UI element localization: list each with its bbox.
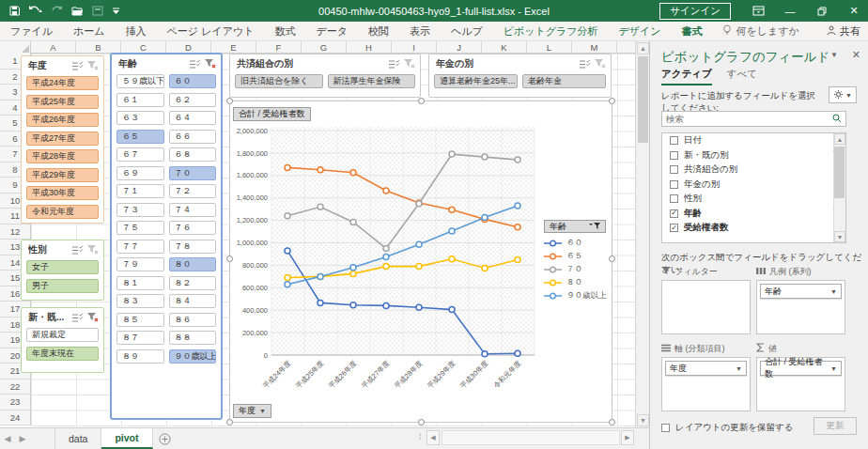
slicer-item[interactable]: ８０ <box>169 257 217 271</box>
tools-button[interactable]: ▼ <box>829 86 857 103</box>
slicer-item[interactable]: 平成29年度 <box>26 168 99 182</box>
area-dropzone[interactable]: 年齢▼ <box>756 280 845 334</box>
slicer-4[interactable]: 共済組合の別 旧共済組合を除く新法厚生年金保険 <box>229 54 421 98</box>
field-item[interactable]: 共済組合の別 <box>662 163 845 178</box>
legend-entry[interactable]: ７０ <box>544 263 612 276</box>
slicer-item[interactable]: ８５ <box>116 313 164 327</box>
slicer-item[interactable]: ６０ <box>169 74 217 88</box>
slicer-item[interactable]: 通算老齢年金25年... <box>434 74 518 88</box>
scroll-down-icon[interactable]: ▼ <box>834 231 845 242</box>
slicer-item[interactable]: ７０ <box>169 166 217 180</box>
row-header-24[interactable]: 24 <box>0 410 30 426</box>
slicer-item[interactable]: 老齢年金 <box>522 74 606 88</box>
slicer-item[interactable]: ７７ <box>116 240 164 254</box>
sheet-tab-pivot[interactable]: pivot <box>101 428 152 449</box>
slicer-item[interactable]: 女子 <box>26 260 99 274</box>
row-header-12[interactable]: 12 <box>0 224 30 240</box>
column-header-D[interactable]: D <box>166 41 211 54</box>
row-header-22[interactable]: 22 <box>0 379 30 395</box>
slicer-item[interactable]: 旧共済組合を除く <box>235 74 323 88</box>
slicer-item[interactable]: 男子 <box>26 279 99 293</box>
area-dropzone[interactable] <box>661 280 751 334</box>
slicer-item[interactable]: 新法厚生年金保険 <box>328 74 416 88</box>
ribbon-tab-3[interactable]: ページ レイアウト <box>157 22 265 41</box>
minimize-button[interactable]: — <box>776 0 804 22</box>
column-header-partial[interactable] <box>617 41 635 54</box>
slicer-item[interactable]: ８１ <box>116 276 164 290</box>
sheet-tab-data[interactable]: data <box>54 428 101 449</box>
slicer-item[interactable]: ７８ <box>169 240 217 254</box>
undo-icon[interactable] <box>28 6 43 16</box>
slicer-item[interactable]: 平成25年度 <box>26 95 99 109</box>
chart-handle[interactable] <box>609 419 615 426</box>
slicer-item[interactable]: ７１ <box>116 184 164 198</box>
multi-select-icon[interactable] <box>70 59 85 72</box>
sheet-nav-left-icon[interactable]: ◀ <box>0 428 15 449</box>
legend-entry[interactable]: ８０ <box>544 276 612 289</box>
multi-select-icon[interactable] <box>577 57 592 70</box>
slicer-item[interactable]: ７５ <box>116 221 164 235</box>
ribbon-tab-1[interactable]: ホーム <box>63 22 116 41</box>
clear-filter-icon[interactable] <box>592 57 607 70</box>
clear-filter-icon[interactable] <box>85 59 100 72</box>
scroll-up-icon[interactable]: ▲ <box>637 42 649 54</box>
multi-select-icon[interactable] <box>70 243 85 256</box>
slicer-item[interactable]: ６１ <box>116 93 164 107</box>
share-button[interactable]: 共有 <box>827 24 860 39</box>
slicer-item[interactable]: ８３ <box>116 294 164 308</box>
ribbon-tab-7[interactable]: 表示 <box>399 22 441 41</box>
pane-options-icon[interactable]: ▼ <box>830 51 838 59</box>
ribbon-tab-8[interactable]: ヘルプ <box>441 22 493 41</box>
pane-tab[interactable]: すべて <box>727 68 757 85</box>
search-input[interactable] <box>662 114 829 124</box>
slicer-item[interactable]: ８９ <box>116 349 164 364</box>
field-item[interactable]: ✓ 受給権者数 <box>662 221 845 236</box>
column-header-J[interactable]: J <box>437 41 482 54</box>
ribbon-tab-6[interactable]: 校閲 <box>358 22 399 41</box>
ribbon-tab-5[interactable]: データ <box>305 22 358 41</box>
slicer-item[interactable]: ８２ <box>169 276 217 290</box>
column-header-K[interactable]: K <box>482 41 527 54</box>
field-search-box[interactable] <box>661 111 846 127</box>
column-header-B[interactable]: B <box>76 41 121 54</box>
pivot-chart[interactable]: 合計 / 受給権者数 0 200,000 400,000 600,000 800… <box>229 101 612 423</box>
ribbon-tab-2[interactable]: 挿入 <box>116 22 157 41</box>
legend-entry[interactable]: ９０歳以上 <box>544 289 612 302</box>
column-header-E[interactable]: E <box>211 41 256 54</box>
tell-me-box[interactable]: 何をしますか <box>713 24 799 39</box>
vertical-scrollbar[interactable]: ▲ ▼ <box>635 41 649 427</box>
slicer-item[interactable]: 平成24年度 <box>26 76 99 90</box>
slicer-5[interactable]: 年金の別 通算老齢年金25年...老齢年金 <box>428 54 612 98</box>
area-dropzone[interactable]: 年度▼ <box>661 357 751 411</box>
slicer-item[interactable]: ８８ <box>169 331 217 345</box>
slicer-item[interactable]: 令和元年度 <box>26 205 99 219</box>
slicer-item[interactable]: 平成30年度 <box>26 186 99 200</box>
select-all-corner[interactable] <box>0 41 31 54</box>
defer-checkbox[interactable] <box>661 424 670 432</box>
save-icon[interactable] <box>9 6 20 16</box>
slicer-item[interactable]: ８６ <box>169 313 217 327</box>
ribbon-tab-0[interactable]: ファイル <box>0 22 63 41</box>
slicer-item[interactable]: ６４ <box>169 111 217 125</box>
update-button[interactable]: 更新 <box>814 417 857 435</box>
field-checkbox[interactable] <box>670 136 678 145</box>
close-window-button[interactable]: ✕ <box>840 0 868 22</box>
slicer-item[interactable]: 年度末現在 <box>26 347 99 361</box>
chart-axis-field-button[interactable]: 年度▼ <box>233 404 271 418</box>
area-chip[interactable]: 合計 / 受給権者数▼ <box>760 361 842 376</box>
slicer-item[interactable]: 新規裁定 <box>26 328 99 342</box>
field-checkbox[interactable] <box>670 165 678 174</box>
sheet-nav-right-icon[interactable]: ▶ <box>15 428 30 449</box>
scroll-up-icon[interactable]: ▲ <box>834 133 845 145</box>
horizontal-scrollbar[interactable] <box>442 430 620 445</box>
column-header-F[interactable]: F <box>256 41 302 54</box>
clear-filter-icon[interactable] <box>85 311 100 324</box>
clear-filter-icon[interactable] <box>202 57 217 70</box>
slicer-item[interactable]: ８４ <box>169 294 217 308</box>
chart-handle[interactable] <box>226 419 233 426</box>
chart-handle[interactable] <box>609 98 615 104</box>
scrollbar-thumb[interactable] <box>638 56 648 143</box>
multi-select-icon[interactable] <box>70 311 85 324</box>
tab-scroll-splitter[interactable]: ⁞ <box>419 432 423 441</box>
slicer-item[interactable]: ７４ <box>169 203 217 217</box>
